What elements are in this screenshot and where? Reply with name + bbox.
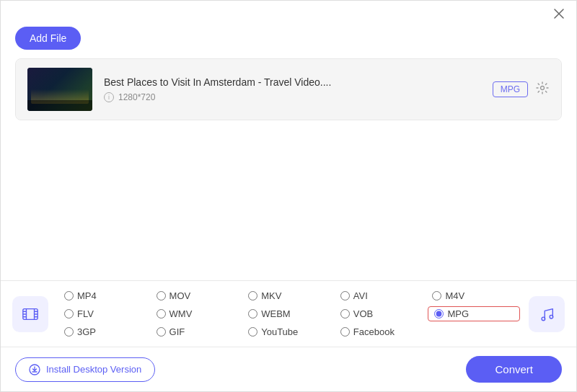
format-webm[interactable]: WEBM bbox=[244, 306, 336, 321]
file-item: Best Places to Visit In Amsterdam - Trav… bbox=[16, 59, 561, 120]
music-format-icon[interactable] bbox=[529, 296, 565, 332]
install-button[interactable]: Install Desktop Version bbox=[15, 357, 155, 382]
download-icon bbox=[29, 364, 40, 375]
info-icon[interactable]: i bbox=[104, 92, 114, 102]
format-m4v[interactable]: M4V bbox=[428, 288, 520, 303]
format-facebook[interactable]: Facebook bbox=[336, 324, 428, 339]
format-avi[interactable]: AVI bbox=[336, 288, 428, 303]
file-title: Best Places to Visit In Amsterdam - Trav… bbox=[104, 76, 481, 88]
format-badge[interactable]: MPG bbox=[493, 81, 528, 97]
file-resolution: 1280*720 bbox=[118, 92, 155, 102]
svg-point-10 bbox=[542, 317, 545, 321]
file-meta: i 1280*720 bbox=[104, 92, 481, 102]
format-gif[interactable]: GIF bbox=[152, 324, 245, 339]
svg-point-0 bbox=[541, 86, 545, 89]
film-format-icon[interactable] bbox=[12, 296, 48, 332]
format-vob[interactable]: VOB bbox=[336, 306, 428, 321]
file-actions: MPG bbox=[493, 81, 550, 99]
format-youtube[interactable]: YouTube bbox=[244, 324, 336, 339]
file-thumbnail bbox=[27, 68, 92, 111]
close-button[interactable] bbox=[550, 5, 568, 22]
format-mp4[interactable]: MP4 bbox=[60, 288, 152, 303]
settings-icon[interactable] bbox=[535, 81, 550, 99]
title-bar bbox=[1, 1, 576, 27]
convert-button[interactable]: Convert bbox=[466, 356, 562, 383]
file-info: Best Places to Visit In Amsterdam - Trav… bbox=[92, 76, 493, 102]
format-selector: MP4 MOV MKV AVI M4V FLV WMV WEB bbox=[1, 280, 576, 347]
format-mkv[interactable]: MKV bbox=[244, 288, 336, 303]
file-list: Best Places to Visit In Amsterdam - Trav… bbox=[15, 58, 562, 120]
format-wmv[interactable]: WMV bbox=[152, 306, 245, 321]
format-flv[interactable]: FLV bbox=[60, 306, 152, 321]
format-mov[interactable]: MOV bbox=[152, 288, 245, 303]
bottom-section: MP4 MOV MKV AVI M4V FLV WMV WEB bbox=[1, 280, 576, 391]
format-mpg[interactable]: MPG bbox=[428, 306, 520, 321]
toolbar: Add File bbox=[1, 27, 576, 58]
install-label: Install Desktop Version bbox=[46, 364, 141, 375]
action-bar: Install Desktop Version Convert bbox=[1, 347, 576, 391]
format-grid: MP4 MOV MKV AVI M4V FLV WMV WEB bbox=[60, 288, 520, 339]
content-area bbox=[1, 120, 576, 279]
add-file-button[interactable]: Add File bbox=[15, 27, 81, 50]
format-3gp[interactable]: 3GP bbox=[60, 324, 152, 339]
